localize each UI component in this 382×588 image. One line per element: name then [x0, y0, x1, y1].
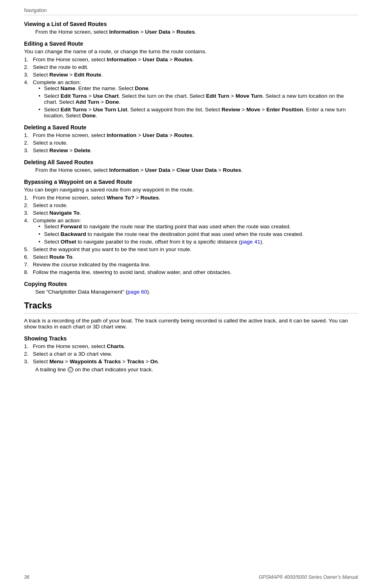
- list-item: Select Forward to navigate the route nea…: [38, 224, 358, 230]
- list-item: 8.Follow the magenta line, steering to a…: [24, 269, 358, 275]
- section-title-copying: Copying Routes: [24, 281, 358, 287]
- deleting-all-body: From the Home screen, select Information…: [35, 167, 358, 173]
- section-showing-tracks: Showing Tracks 1.From the Home screen, s…: [24, 335, 358, 373]
- tracks-title: Tracks: [24, 300, 358, 314]
- page-container: Navigation Viewing a List of Saved Route…: [0, 0, 382, 588]
- bypassing-intro: You can begin navigating a saved route f…: [24, 187, 358, 193]
- section-editing-saved-route: Editing a Saved Route You can change the…: [24, 40, 358, 119]
- trailing-line-icon: ⓘ: [68, 367, 73, 373]
- list-item: Select Name. Enter the name. Select Done…: [38, 85, 358, 91]
- list-item: 2.Select a route.: [24, 140, 358, 146]
- bypassing-subitems: Select Forward to navigate the route nea…: [38, 224, 358, 245]
- list-item: 2.Select a route.: [24, 202, 358, 208]
- section-title-deleting-all: Deleting All Saved Routes: [24, 159, 358, 165]
- list-item: 3.Select Navigate To.: [24, 210, 358, 216]
- copying-body: See “Chartplotter Data Management” (page…: [35, 289, 358, 295]
- list-item: Select Backward to navigate the route ne…: [38, 231, 358, 237]
- section-title-deleting: Deleting a Saved Route: [24, 124, 358, 131]
- list-item: 6.Select Route To.: [24, 254, 358, 260]
- showing-tracks-list: 1.From the Home screen, select Charts. 2…: [24, 343, 358, 364]
- showing-tracks-note: A trailing line ⓘ on the chart indicates…: [35, 366, 358, 373]
- header-bar: Navigation: [24, 7, 358, 15]
- section-deleting-all-routes: Deleting All Saved Routes From the Home …: [24, 159, 358, 173]
- header-nav: Navigation: [24, 8, 47, 13]
- section-tracks: Tracks A track is a recording of the pat…: [24, 300, 358, 330]
- list-item: 4.Complete an action: Select Forward to …: [24, 217, 358, 245]
- editing-intro: You can change the name of a route, or c…: [24, 48, 358, 54]
- page-footer: 36 GPSMAP® 4000/5000 Series Owner’s Manu…: [24, 574, 358, 580]
- editing-list: 1.From the Home screen, select Informati…: [24, 56, 358, 119]
- section-title-viewing: Viewing a List of Saved Routes: [24, 21, 358, 27]
- list-item: Select Edit Turns > Use Chart. Select th…: [38, 93, 358, 105]
- list-item: 4.Complete an action: Select Name. Enter…: [24, 79, 358, 119]
- list-item: 1.From the Home screen, select Charts.: [24, 343, 358, 349]
- list-item: 2.Select a chart or a 3D chart view.: [24, 351, 358, 357]
- section-title-editing: Editing a Saved Route: [24, 40, 358, 47]
- bypassing-list: 1.From the Home screen, select Where To?…: [24, 195, 358, 275]
- list-item: 3.Select Review > Edit Route.: [24, 72, 358, 78]
- section-viewing-saved-routes: Viewing a List of Saved Routes From the …: [24, 21, 358, 35]
- viewing-body: From the Home screen, select Information…: [35, 29, 358, 35]
- list-item: 1.From the Home screen, select Informati…: [24, 132, 358, 138]
- list-item: 7.Review the course indicated by the mag…: [24, 262, 358, 268]
- section-title-showing-tracks: Showing Tracks: [24, 335, 358, 342]
- section-copying-routes: Copying Routes See “Chartplotter Data Ma…: [24, 281, 358, 295]
- section-title-bypassing: Bypassing a Waypoint on a Saved Route: [24, 179, 358, 185]
- list-item: 3.Select Review > Delete.: [24, 147, 358, 153]
- page41-link[interactable]: page 41: [241, 239, 260, 245]
- tracks-intro: A track is a recording of the path of yo…: [24, 318, 358, 330]
- section-deleting-saved-route: Deleting a Saved Route 1.From the Home s…: [24, 124, 358, 153]
- product-name: GPSMAP® 4000/5000 Series Owner’s Manual: [259, 574, 358, 580]
- section-bypassing-waypoint: Bypassing a Waypoint on a Saved Route Yo…: [24, 179, 358, 275]
- deleting-list: 1.From the Home screen, select Informati…: [24, 132, 358, 153]
- list-item: 1.From the Home screen, select Where To?…: [24, 195, 358, 201]
- page-number: 36: [24, 574, 29, 580]
- list-item: 3.Select Menu > Waypoints & Tracks > Tra…: [24, 358, 358, 364]
- editing-subitems: Select Name. Enter the name. Select Done…: [38, 85, 358, 119]
- list-item: 2.Select the route to edit.: [24, 64, 358, 70]
- list-item: Select Offset to navigate parallel to th…: [38, 239, 358, 245]
- list-item: Select Edit Turns > Use Turn List. Selec…: [38, 107, 358, 119]
- list-item: 1.From the Home screen, select Informati…: [24, 56, 358, 62]
- page60-link[interactable]: page 60: [127, 289, 147, 295]
- list-item: 5.Select the waypoint that you want to b…: [24, 246, 358, 252]
